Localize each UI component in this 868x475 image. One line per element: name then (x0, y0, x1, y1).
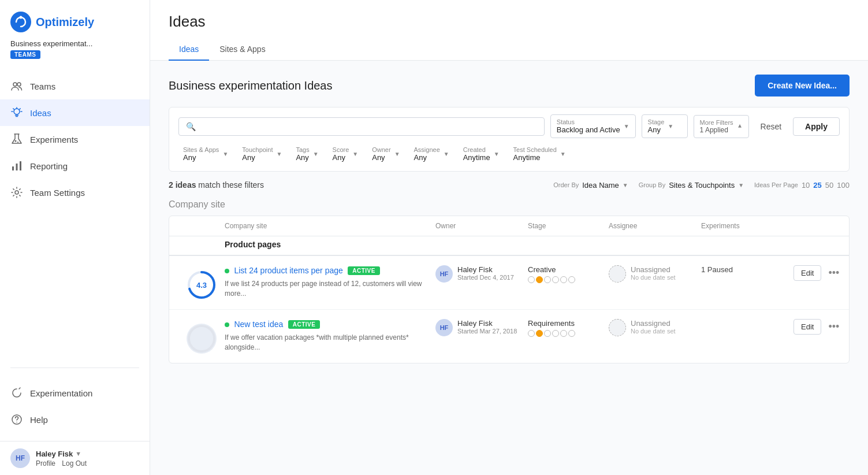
status-value: Backlog and Active (557, 125, 620, 134)
user-name: Haley Fisk ▼ (36, 450, 91, 458)
status-filter[interactable]: Status Backlog and Active ▼ (550, 114, 636, 138)
status-dot-0 (225, 269, 229, 273)
sidebar-item-ideas-label: Ideas (30, 108, 51, 118)
svg-point-10 (15, 191, 18, 194)
secondary-filters: Sites & Apps Any ▼ Touchpoint Any ▼ (178, 144, 840, 164)
group-by-chevron-icon: ▼ (738, 182, 744, 188)
logout-link[interactable]: Log Out (62, 459, 87, 467)
touchpoint-value: Any (242, 153, 273, 162)
table-row: 4.3 List 24 product items per page ACTIV… (169, 256, 849, 310)
owner-avatar-0: HF (435, 265, 453, 283)
score-empty-1 (187, 324, 217, 354)
search-box[interactable]: 🔍 (178, 117, 545, 136)
stage-value: Any (648, 125, 661, 134)
filter-top-row: 🔍 Status Backlog and Active ▼ Stage Any (178, 114, 840, 138)
tags-filter[interactable]: Tags Any ▼ (291, 144, 323, 164)
sidebar-item-experiments[interactable]: Experiments (0, 126, 150, 153)
tab-sites-apps[interactable]: Sites & Apps (209, 39, 275, 61)
score-chevron-icon: ▼ (352, 151, 358, 157)
svg-rect-8 (16, 164, 18, 170)
svg-point-0 (10, 12, 31, 32)
owner-value: Any (372, 153, 390, 162)
main-header: Ideas Ideas Sites & Apps (150, 0, 868, 61)
optimizely-logo-icon (10, 12, 31, 32)
user-details: Haley Fisk ▼ Profile Log Out (36, 450, 91, 467)
owner-name-0: Haley Fisk (457, 265, 514, 274)
per-page-50[interactable]: 50 (825, 181, 833, 190)
tags-value: Any (296, 153, 309, 162)
stage-filter[interactable]: Stage Any ▼ (642, 114, 688, 138)
assignee-cell-0: Unassigned No due date set (609, 265, 701, 283)
ideas-table: Company site Owner Stage Assignee Experi… (169, 216, 850, 363)
group-title: Company site (169, 199, 850, 210)
sidebar-item-team-settings[interactable]: Team Settings (0, 179, 150, 206)
test-scheduled-filter[interactable]: Test Scheduled Anytime ▼ (509, 144, 571, 164)
score-cell-1 (178, 319, 225, 354)
order-by-select[interactable]: Idea Name ▼ (582, 181, 628, 190)
edit-button-0[interactable]: Edit (794, 265, 821, 281)
sidebar-item-teams-label: Teams (30, 81, 55, 91)
reset-button[interactable]: Reset (755, 118, 788, 135)
per-page-10[interactable]: 10 (802, 181, 810, 190)
org-area: Business experimentat... TEAMS (0, 39, 150, 67)
col-header-stage: Stage (528, 222, 609, 230)
owner-filter[interactable]: Owner Any ▼ (367, 144, 404, 164)
more-filters-button[interactable]: More Filters 1 Applied ▼ (694, 115, 749, 138)
section-title: Business experimentation Ideas (169, 79, 333, 92)
experiments-cell-0: 1 Paused (701, 265, 794, 274)
per-page-25[interactable]: 25 (813, 181, 821, 190)
profile-link[interactable]: Profile (36, 459, 55, 467)
sidebar-item-help[interactable]: Help (0, 406, 150, 433)
user-menu[interactable]: HF Haley Fisk ▼ Profile Log Out (10, 448, 139, 468)
owner-date-0: Started Dec 4, 2017 (457, 274, 514, 281)
owner-chevron-icon: ▼ (394, 151, 400, 157)
score-value-0: 4.3 (196, 281, 207, 290)
main-nav: Teams Ideas Experiments (0, 67, 150, 362)
sidebar: Optimizely Business experimentat... TEAM… (0, 0, 150, 475)
created-label: Created (463, 146, 490, 153)
create-idea-button[interactable]: Create New Idea... (755, 75, 850, 97)
idea-title-0[interactable]: List 24 product items per page (234, 266, 342, 275)
org-name: Business experimentat... (10, 39, 139, 48)
stage-dot-0-2 (544, 276, 551, 283)
sidebar-item-teams[interactable]: Teams (0, 73, 150, 99)
touchpoint-filter[interactable]: Touchpoint Any ▼ (237, 144, 286, 164)
teams-icon (10, 80, 23, 92)
assignee-date-1: No due date set (631, 328, 676, 335)
search-input[interactable] (200, 122, 537, 131)
score-filter[interactable]: Score Any ▼ (328, 144, 363, 164)
created-filter[interactable]: Created Anytime ▼ (459, 144, 504, 164)
edit-button-1[interactable]: Edit (794, 319, 821, 335)
sidebar-item-ideas[interactable]: Ideas (0, 99, 150, 126)
results-count: 2 ideas match these filters (169, 180, 264, 190)
assignee-filter[interactable]: Assignee Any ▼ (409, 144, 454, 164)
search-icon: 🔍 (186, 122, 196, 131)
col-subheader-touchpoint: Product pages (225, 240, 435, 249)
test-scheduled-chevron-icon: ▼ (560, 151, 566, 157)
per-page-100[interactable]: 100 (837, 181, 850, 190)
test-scheduled-value: Anytime (513, 153, 557, 162)
created-value: Anytime (463, 153, 490, 162)
per-page-options: 10 25 50 100 (802, 181, 850, 190)
tabs: Ideas Sites & Apps (169, 39, 850, 60)
experiments-icon (10, 133, 23, 146)
assignee-name-0: Unassigned (631, 265, 676, 274)
more-options-button-1[interactable]: ••• (826, 320, 841, 334)
sidebar-item-experimentation[interactable]: Experimentation (0, 380, 150, 406)
main-content: Ideas Ideas Sites & Apps Business experi… (150, 0, 868, 475)
more-filters-label: More Filters (700, 119, 733, 126)
idea-title-1[interactable]: New test idea (234, 320, 283, 329)
tags-label: Tags (296, 146, 309, 153)
per-page-label: Ideas Per Page (754, 181, 798, 188)
score-cell-0: 4.3 (178, 265, 225, 300)
sidebar-item-reporting[interactable]: Reporting (0, 153, 150, 179)
group-by-select[interactable]: Sites & Touchpoints ▼ (669, 181, 744, 190)
status-label: Status (557, 118, 575, 125)
tab-ideas[interactable]: Ideas (169, 39, 209, 61)
more-options-button-0[interactable]: ••• (826, 266, 841, 280)
assignee-cell-1: Unassigned No due date set (609, 319, 701, 336)
sites-apps-filter[interactable]: Sites & Apps Any ▼ (178, 144, 233, 164)
assignee-avatar-0 (609, 265, 626, 283)
apply-button[interactable]: Apply (793, 117, 840, 136)
sites-apps-chevron-icon: ▼ (222, 151, 228, 157)
